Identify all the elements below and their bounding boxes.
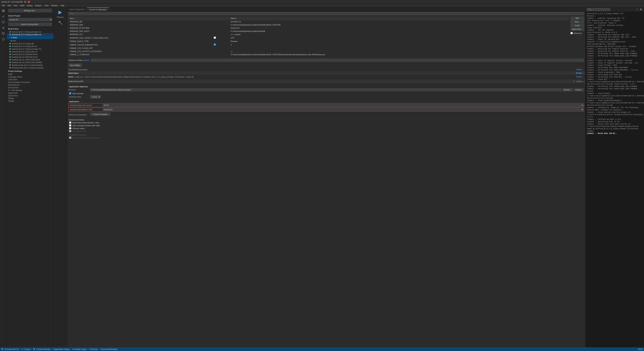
filter-input[interactable] [68,12,584,15]
kit-item-6[interactable]: Desktop Qt 6.5.3 MinGW 64-bit [7,53,54,56]
release-play-btn[interactable]: ▶ [57,9,64,16]
terminal-search-input[interactable] [587,8,610,11]
verbose-checkbox[interactable] [69,127,71,129]
keystore-label: Keystore: [68,89,90,91]
build-item[interactable]: ▶ Build [7,36,54,39]
create-templates-btn[interactable]: Create Templates [90,112,110,116]
table-buttons: Add Edit... Unset Batch Edit... Advanced [570,16,584,34]
cert-alias-select[interactable]: xxxxxx [90,95,101,98]
kit-item-10[interactable]: WebAssembly Qt 6.1 (multi-threaded) [7,64,54,66]
kit-label-3: Android Qt 6.5.3 Clang x86_64 [12,45,37,47]
minimize-btn[interactable]: — [20,1,23,3]
svg-text:?: ? [3,38,4,40]
bottombar-app-output[interactable]: 3 Application Output [53,348,70,350]
settings-dependencies[interactable]: Dependencies [7,84,54,86]
terminal-header: + 🗑 [586,8,644,12]
sign-package-checkbox[interactable] [69,92,71,94]
design-icon[interactable] [1,20,6,25]
settings-language-server[interactable]: Language Server [7,76,54,78]
maximize-btn[interactable]: □ [24,1,26,3]
build-tools-row: Android build-tools version: 33.0.0 [68,103,584,107]
project-select[interactable]: samp4_01 [8,18,52,21]
kit-dot-3 [10,46,11,47]
kit-item-7[interactable]: Desktop Qt 6.5.3 MinGW 64-bit [7,56,54,58]
terminal-line: [cmake] -- Configuring 'samp4_01' for th… [587,106,643,111]
create-keystore-btn[interactable]: Create... [574,88,584,91]
add-btn[interactable]: Add [570,16,584,20]
menu-help[interactable]: Help [59,4,66,7]
debug-icon[interactable] [1,25,6,30]
advanced-checkbox[interactable] [570,32,573,34]
kit-label-11: WebAssembly Qt 6.1 (single-threaded) [12,67,44,69]
keystore-input[interactable] [90,88,562,91]
edit-btn[interactable]: Edit... [570,20,584,23]
open-package-checkbox[interactable] [69,124,71,126]
menu-view[interactable]: View [12,4,19,7]
build-step-details[interactable]: Details ⌄ [576,76,584,78]
settings-clangd[interactable]: Clangd [7,97,54,100]
terminal-add-btn[interactable]: + [636,8,639,11]
bottombar-issues[interactable]: ⚠ 1 Issues [21,348,30,350]
kit-item-1[interactable]: Android Qt 6.5.3 Clang armeabi-v7a [7,33,54,36]
settings-environment[interactable]: Environment [7,86,54,89]
filter-bar [67,12,585,16]
browse-btn[interactable]: Browse... [562,88,573,91]
color-diag-checkbox[interactable] [214,44,216,46]
settings-cpp-naming[interactable]: C++ File Naming [7,89,54,92]
settings-code-style[interactable]: Code Style [7,78,54,81]
bottombar-terminal[interactable]: 5 Terminal [89,348,98,350]
build-steps-details[interactable]: Details ⌄ [576,72,584,74]
help-icon[interactable]: ? [1,36,6,42]
settings-quick-fixes[interactable]: Quick Fixes [7,94,54,97]
apk-details[interactable]: Details ⌄ [576,80,584,82]
bottombar-locate[interactable]: 🔍 To locate (Ctrl+K) [1,348,18,350]
menu-analyze[interactable]: Analyze [34,4,43,7]
unset-btn[interactable]: Unset [570,24,584,27]
kit-item-3[interactable]: Android Qt 6.5.3 Clang x86_64 [7,45,54,48]
kit-item-9[interactable]: Desktop Qt 6.8.1 MSVC2019 ARM64 [7,61,54,64]
apk-header[interactable]: Build Android APK ↺ Details ⌄ [67,80,585,83]
kit-item-0[interactable]: Android Qt 6.5.3 Clang armeabi-v7a [7,30,54,33]
close-btn[interactable]: ✕ [28,1,30,3]
settings-testing[interactable]: Testing [7,100,54,102]
menu-debug[interactable]: Debug [26,4,34,7]
menu-build[interactable]: Build [19,4,26,7]
settings-editor[interactable]: Editor [7,73,54,76]
build-env-details[interactable]: Details ⌄ [576,68,584,71]
welcome-icon[interactable] [1,8,6,14]
run-item[interactable]: ▶ Run [7,39,54,42]
kit-item-8[interactable]: Desktop Qt 6.8.1 MSVC2019 64bit [7,58,54,61]
kit-item-5[interactable]: Android Qt 6.8.1 Clang x86_64 [7,50,54,53]
kit-item-4[interactable]: Android Qt 6.8.1 Clang armeabi-v7a [7,48,54,50]
terminal-trash-btn[interactable]: 🗑 [639,8,643,11]
settings-doc-comments[interactable]: Documentation Comments [7,81,54,84]
options-link[interactable]: options [83,59,89,61]
settings-clang-tools[interactable]: Clang Tools [7,92,54,94]
edit-icon[interactable] [1,14,6,19]
build-platform-select[interactable]: android-33 [102,108,584,111]
menu-file[interactable]: File [1,4,6,7]
svg-rect-2 [2,11,3,12]
bottombar-general[interactable]: 9 General Messages [100,348,118,350]
bottombar-search[interactable]: 🔍 2 Search Results [33,348,50,350]
kit-item-11[interactable]: WebAssembly Qt 6.1 (single-threaded) [7,66,54,69]
bottombar-compile[interactable]: 4 Compile Output [72,348,86,350]
additional-cmake-input[interactable] [91,59,584,62]
menu-edit[interactable]: Edit [6,4,12,7]
run-cmake-btn[interactable]: Run CMake [68,64,82,67]
import-build-btn[interactable]: Import Existing Build... [8,22,52,26]
release-build-icon[interactable]: 🔨 [58,20,63,26]
tab-current[interactable]: Current Configuration [87,8,109,11]
build-steps-header[interactable]: Build Steps Details ⌄ [67,71,585,75]
menu-window[interactable]: Window [50,4,59,7]
terminal-header-btns: + 🗑 [636,8,643,11]
manage-kits-btn[interactable]: Manage Kits... [8,9,52,12]
projects-icon[interactable] [1,31,6,36]
tab-initial[interactable]: Initial Configuration [67,8,87,11]
menu-tools[interactable]: Tools [43,4,50,7]
kit-item-2[interactable]: Android Qt 6.5.3 Clang x86 [7,42,54,45]
build-tools-select[interactable]: 33.0.0 [102,104,584,107]
legacy-toolchain-checkbox[interactable] [214,36,216,39]
batch-edit-btn[interactable]: Batch Edit... [570,28,584,31]
build-bundle-checkbox[interactable] [69,122,71,124]
